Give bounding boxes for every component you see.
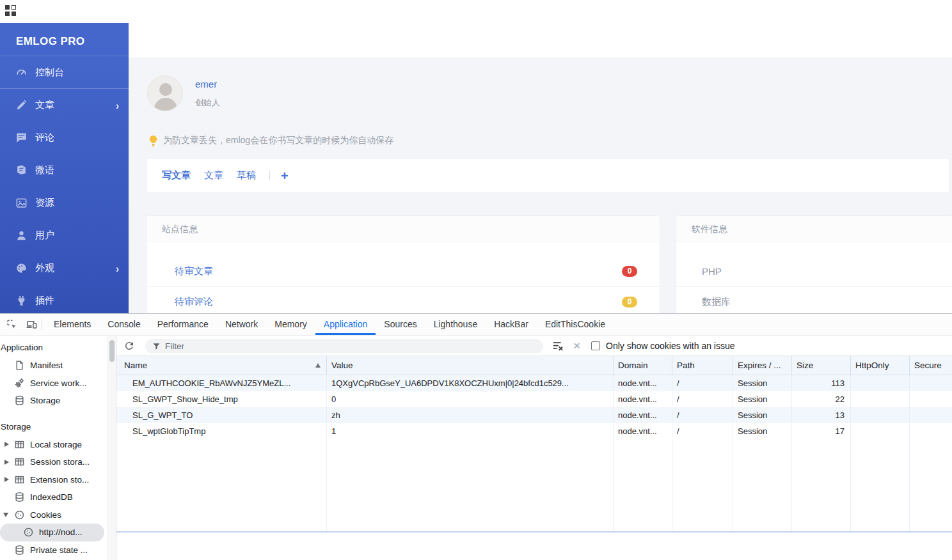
pending-posts-link[interactable]: 待审文章 [175,265,213,277]
tree-item-storage[interactable]: Storage [0,392,107,410]
column-header-path[interactable]: Path [672,356,733,375]
cookie-path-cell[interactable]: / [672,375,733,391]
tree-item-session-storage[interactable]: Session stora... [0,453,107,471]
tree-item-local-storage[interactable]: Local storage [0,436,107,454]
tree-item-manifest[interactable]: Manifest [0,357,107,375]
drafts-link[interactable]: 草稿 [237,169,256,182]
avatar-head [159,83,172,96]
column-header-httponly[interactable]: HttpOnly [851,356,910,375]
cookie-size-cell[interactable]: 113 [792,375,851,391]
pending-comments-link[interactable]: 待审评论 [175,296,213,308]
filter-field[interactable] [145,339,543,354]
devtools-tab[interactable]: Performance [149,314,217,335]
devtools-tab[interactable]: EditThisCookie [537,314,614,335]
avatar[interactable] [147,75,183,111]
tree-item-service-workers[interactable]: Service work... [0,375,107,393]
cookie-value-cell[interactable]: 1 [327,423,614,439]
devtools-tab[interactable]: Memory [266,314,315,335]
clear-icon[interactable]: × [573,338,580,354]
cookie-expires-cell[interactable]: Session [733,423,792,439]
cookie-secure-cell[interactable] [910,407,952,423]
devtools-tab[interactable]: Lighthouse [425,314,486,335]
sidebar-item-resources[interactable]: 资源 [0,187,129,219]
app-grid-icon[interactable] [5,5,17,17]
cookie-value-cell[interactable]: 0 [327,391,614,407]
sidebar-item-appearance[interactable]: 外观 › [0,252,129,284]
expand-arrow-icon[interactable] [4,442,9,447]
cookie-size-cell[interactable]: 17 [792,423,851,439]
devtools-tab[interactable]: HackBar [486,314,537,335]
cookie-row[interactable]: SL_G_WPT_TO zh node.vnt... / Session 13 [116,407,952,423]
add-quick-action-button[interactable]: + [281,169,289,182]
cookie-domain-cell[interactable]: node.vnt... [614,375,672,391]
cookie-path-cell[interactable]: / [672,407,733,423]
cookie-size-cell[interactable]: 13 [792,407,851,423]
cookie-expires-cell[interactable]: Session [733,407,792,423]
tree-scrollbar[interactable] [107,336,116,560]
collapse-arrow-icon[interactable] [3,513,8,517]
devtools-tab[interactable]: Sources [376,314,425,335]
sidebar-item-posts[interactable]: 文章 › [0,89,129,121]
tree-item-cookie-origin[interactable]: http://nod... [0,524,104,541]
cookie-domain-cell[interactable]: node.vnt... [614,423,672,439]
divider [42,318,42,331]
column-header-value[interactable]: Value [327,356,614,375]
column-header-secure[interactable]: Secure [910,356,952,375]
sidebar-item-plugins[interactable]: 插件 [0,284,129,313]
cookie-secure-cell[interactable] [910,391,952,407]
cookie-httponly-cell[interactable] [851,375,910,391]
posts-link[interactable]: 文章 [204,169,223,182]
scrollbar-thumb[interactable] [109,340,115,362]
devtools-tab[interactable]: Console [99,314,148,335]
column-header-size[interactable]: Size [792,356,851,375]
tree-item-indexeddb[interactable]: IndexedDB [0,488,107,506]
cookie-domain-cell[interactable]: node.vnt... [614,391,672,407]
column-header-expires[interactable]: Expires / ... [733,356,792,375]
device-toolbar-icon[interactable] [26,318,38,331]
cookie-value-cell[interactable]: zh [327,407,614,423]
cookie-httponly-cell[interactable] [851,407,910,423]
clear-filter-icon[interactable] [552,341,564,352]
tree-item-cookies[interactable]: Cookies [0,506,107,524]
column-header-domain[interactable]: Domain [614,356,672,375]
write-post-link[interactable]: 写文章 [162,169,191,182]
refresh-icon[interactable] [123,340,135,352]
devtools-tab[interactable]: Elements [45,314,99,335]
cookie-size-cell[interactable]: 22 [792,391,851,407]
cookie-httponly-cell[interactable] [851,423,910,439]
cookie-path-cell[interactable]: / [672,391,733,407]
cookie-name-cell[interactable]: EM_AUTHCOOKIE_RbAWvNJZ5YMeZL... [116,375,327,391]
sidebar-item-dashboard[interactable]: 控制台 [0,56,129,89]
issue-only-checkbox[interactable] [591,341,600,350]
cookie-row[interactable]: SL_wptGlobTipTmp 1 node.vnt... / Session… [116,423,952,439]
expand-arrow-icon[interactable] [4,477,9,482]
user-name-link[interactable]: emer [195,79,217,89]
devtools-tab[interactable]: Network [217,314,266,335]
cookie-secure-cell[interactable] [910,375,952,391]
tree-item-extension-storage[interactable]: Extension sto... [0,471,107,489]
sidebar-item-users[interactable]: 用户 [0,219,129,252]
cookie-expires-cell[interactable]: Session [733,391,792,407]
sidebar-item-microblog[interactable]: 微语 [0,154,129,187]
cookie-secure-cell[interactable] [910,423,952,439]
filter-input[interactable] [165,341,523,351]
cookie-domain-cell[interactable]: node.vnt... [614,407,672,423]
cookie-row[interactable]: EM_AUTHCOOKIE_RbAWvNJZ5YMeZL... 1QXgVCpR… [116,375,952,391]
admin-content: emer 创始人 为防文章丢失，emlog会在你书写文章的时候为你自动保存 写文… [129,58,952,313]
inspect-element-icon[interactable] [6,318,18,331]
cookie-name-cell[interactable]: SL_wptGlobTipTmp [116,423,327,439]
cookie-value-cell[interactable]: 1QXgVCpRbGseY_UA6DPDV1K8XOCZHUxm|0|24bfc… [327,375,614,391]
cookie-path-cell[interactable]: / [672,423,733,439]
cookie-name-cell[interactable]: SL_G_WPT_TO [116,407,327,423]
cookie-httponly-cell[interactable] [851,391,910,407]
cookie-name-cell[interactable]: SL_GWPT_Show_Hide_tmp [116,391,327,407]
cookie-expires-cell[interactable]: Session [733,375,792,391]
column-header-name[interactable]: Name [116,356,327,375]
tree-item-private-state-tokens[interactable]: Private state ... [0,541,107,559]
chevron-right-icon: › [116,262,119,275]
application-panel-tree: Application Manifest Service work... Sto… [0,336,107,560]
devtools-tab[interactable]: Application [315,314,376,335]
sidebar-item-comments[interactable]: 评论 [0,121,129,154]
cookie-row[interactable]: SL_GWPT_Show_Hide_tmp 0 node.vnt... / Se… [116,391,952,407]
expand-arrow-icon[interactable] [4,460,9,465]
